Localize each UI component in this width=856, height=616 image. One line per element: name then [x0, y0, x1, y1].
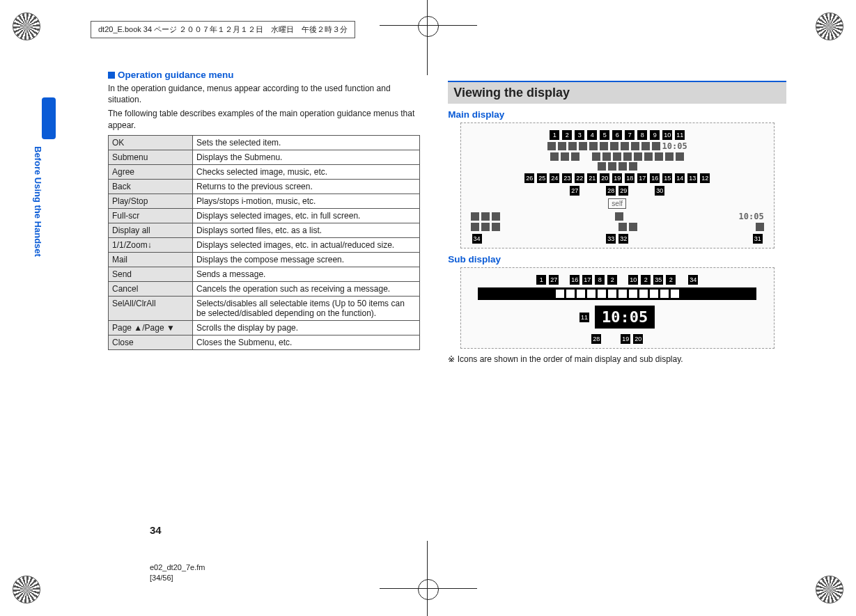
status-icon — [571, 152, 579, 161]
cell-desc: Sends a message. — [193, 267, 420, 281]
cell-desc: Displays the compose message screen. — [193, 252, 420, 267]
cell-label: Display all — [109, 223, 193, 237]
cell-label: Mail — [109, 252, 193, 267]
clock-time-2: 10:05 — [739, 212, 764, 221]
cell-label: 1/1/Zoom↓ — [109, 237, 193, 252]
cell-label: Agree — [109, 164, 193, 179]
status-icon — [650, 290, 658, 298]
paragraph-2: The following table describes examples o… — [108, 108, 420, 130]
cell-label: Back — [109, 179, 193, 194]
source-file-header: dt20_E.book 34 ページ ２００７年１２月１２日 水曜日 午後２時３… — [91, 21, 355, 38]
footnote: ※ Icons are shown in the order of main d… — [448, 354, 786, 364]
table-row: AgreeChecks selected image, music, etc. — [109, 164, 420, 179]
table-row: SendSends a message. — [109, 267, 420, 281]
footer-page-range: [34/56] — [150, 573, 205, 583]
status-icon — [631, 142, 639, 150]
table-row: MailDisplays the compose message screen. — [109, 252, 420, 267]
sub-display-diagram: 1 27 16 17 8 2 10 2 35 2 34 — [460, 267, 775, 349]
status-icon — [613, 152, 621, 161]
table-row: OKSets the selected item. — [109, 135, 420, 150]
crop-mark-bottom-right — [809, 569, 850, 610]
cell-label: Full-scr — [109, 208, 193, 223]
cell-desc: Selects/disables all selectable items (U… — [193, 296, 420, 320]
self-badge: self — [608, 198, 626, 209]
cell-desc: Plays/stops i-motion, music, etc. — [193, 194, 420, 208]
sd-icon — [652, 142, 660, 150]
status-icon — [471, 223, 479, 231]
cell-label: Play/Stop — [109, 194, 193, 208]
battery-icon — [558, 142, 566, 150]
callouts-top: 1 2 3 4 5 6 7 8 9 10 11 — [465, 130, 770, 140]
signal-icon — [547, 142, 556, 150]
self-badge-row: self — [465, 200, 770, 207]
status-icon — [566, 290, 575, 298]
cell-label: Send — [109, 267, 193, 281]
table-row: SubmenuDisplays the Submenu. — [109, 150, 420, 164]
table-row: SelAll/ClrAllSelects/disables all select… — [109, 296, 420, 320]
status-icon — [671, 290, 679, 298]
cell-desc: Displays selected images, etc. in actual… — [193, 237, 420, 252]
status-icon — [639, 290, 648, 298]
section-operation-guidance-title: Operation guidance menu — [108, 70, 420, 80]
status-icon — [579, 142, 587, 150]
table-row: CloseCloses the Submenu, etc. — [109, 335, 420, 349]
cell-desc: Scrolls the display by page. — [193, 320, 420, 335]
status-icon — [602, 152, 611, 161]
signal-icon — [556, 290, 564, 298]
table-row: Display allDisplays sorted files, etc. a… — [109, 223, 420, 237]
square-bullet-icon — [108, 72, 115, 79]
register-mark-bottom — [407, 569, 449, 610]
cell-label: Cancel — [109, 281, 193, 296]
page-number: 34 — [150, 524, 162, 536]
cell-desc: Checks selected image, music, etc. — [193, 164, 420, 179]
page-content: Operation guidance menu In the operation… — [49, 70, 807, 567]
right-column: Viewing the display Main display 1 2 3 4… — [427, 70, 807, 567]
section-title-text: Operation guidance menu — [118, 70, 234, 80]
subhead-main-display: Main display — [448, 109, 786, 120]
status-icon — [676, 152, 684, 161]
footer-file-info: e02_dt20_7e.fm [34/56] — [150, 562, 205, 583]
main-display-diagram: 1 2 3 4 5 6 7 8 9 10 11 — [460, 123, 775, 248]
cell-desc: Displays selected images, etc. in full s… — [193, 208, 420, 223]
crop-mark-top-right — [809, 6, 850, 47]
status-icon — [589, 142, 598, 150]
status-icon — [621, 142, 629, 150]
secondary-screen-row: 10:05 — [465, 212, 770, 221]
callouts-row3: 27 28 29 30 — [465, 186, 770, 196]
status-icon — [577, 290, 585, 298]
status-icon — [587, 290, 596, 298]
secondary-screen-row-2 — [465, 223, 770, 231]
operation-guidance-table: OKSets the selected item. SubmenuDisplay… — [108, 135, 420, 350]
status-icon — [623, 152, 632, 161]
cell-desc: Closes the Submenu, etc. — [193, 335, 420, 349]
cell-desc: Returns to the previous screen. — [193, 179, 420, 194]
cell-label: Submenu — [109, 150, 193, 164]
status-icon — [665, 152, 674, 161]
status-icon — [655, 152, 663, 161]
callouts-row4: 34 33 32 31 — [465, 234, 770, 244]
status-icon-row-1: 10:05 — [465, 141, 770, 151]
status-icon — [592, 152, 600, 161]
signal-icon — [471, 212, 479, 221]
sd-icon — [618, 290, 627, 298]
left-column: Operation guidance menu In the operation… — [49, 70, 427, 567]
status-icon — [610, 142, 618, 150]
cell-desc: Displays sorted files, etc. as a list. — [193, 223, 420, 237]
status-icon — [618, 162, 627, 171]
status-icon — [641, 142, 650, 150]
table-row: BackReturns to the previous screen. — [109, 179, 420, 194]
heading-viewing-display: Viewing the display — [448, 81, 786, 104]
status-icon — [492, 212, 500, 221]
status-icon — [644, 152, 653, 161]
table-row: Page ▲/Page ▼Scrolls the display by page… — [109, 320, 420, 335]
cell-desc: Sets the selected item. — [193, 135, 420, 150]
status-icon — [598, 290, 606, 298]
table-row: Play/StopPlays/stops i-motion, music, et… — [109, 194, 420, 208]
status-icon — [492, 223, 500, 231]
figure-sub-display: 1 27 16 17 8 2 10 2 35 2 34 — [448, 267, 786, 349]
footer-file-name: e02_dt20_7e.fm — [150, 562, 205, 572]
cell-desc: Cancels the operation such as receiving … — [193, 281, 420, 296]
sub-display-icon-strip — [478, 287, 756, 300]
cell-label: Page ▲/Page ▼ — [109, 320, 193, 335]
table-row: Full-scrDisplays selected images, etc. i… — [109, 208, 420, 223]
